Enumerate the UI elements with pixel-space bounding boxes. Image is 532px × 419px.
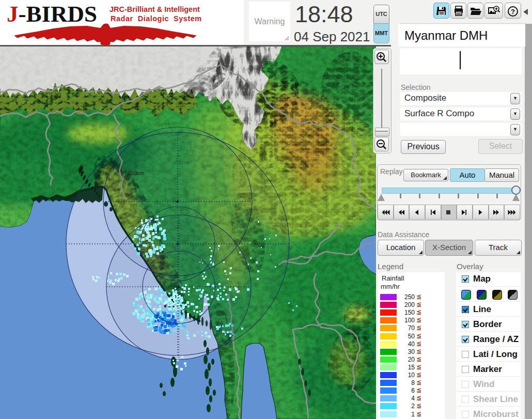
- svg-text:450km: 450km: [127, 170, 144, 176]
- svg-text:?: ?: [511, 8, 515, 15]
